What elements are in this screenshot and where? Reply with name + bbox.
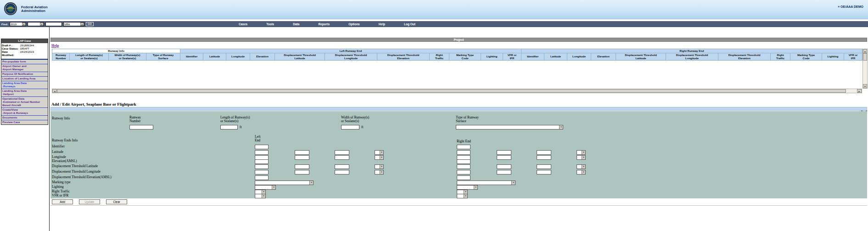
scroll-left-icon[interactable]: ◄ xyxy=(52,89,57,93)
left-longitude-hemisphere-select[interactable]: ▾ xyxy=(375,155,384,160)
menu-item-cases[interactable]: Cases xyxy=(239,23,247,26)
right-displacement-threshold-latitude-sec-input[interactable] xyxy=(537,164,551,169)
right-longitude-min-input[interactable] xyxy=(497,155,511,160)
right-elevation-amsl-input[interactable] xyxy=(457,159,470,164)
right-latitude-sec-input[interactable] xyxy=(537,150,551,155)
right-marking-type-select[interactable]: ▾ xyxy=(457,180,515,185)
sidebar-item-preview-case[interactable]: Preview Case xyxy=(1,120,48,124)
sidebar-item-pre-populate-form[interactable]: Pre-populate form xyxy=(1,60,48,64)
right-displacement-threshold-longitude-sec-input[interactable] xyxy=(537,170,551,175)
width-label: Width of Runway(s) or Sealane(s) xyxy=(341,116,369,123)
sidebar-item-operational-data-estimated-or-actual-number-based-aircraft[interactable]: Operational Data:Estimated or Actual Num… xyxy=(1,97,48,108)
left-identifier-input[interactable] xyxy=(255,145,269,149)
left-lighting-select[interactable]: ▾ xyxy=(255,185,276,190)
right-latitude-hemisphere-select[interactable]: ▾ xyxy=(577,150,586,155)
right-displacement-threshold-longitude-min-input[interactable] xyxy=(497,170,511,175)
form-row-label-marking-type: Marking type xyxy=(52,180,71,184)
left-displacement-threshold-latitude-min-input[interactable] xyxy=(295,164,309,169)
menu-item-help[interactable]: Help xyxy=(379,23,385,26)
right-lighting-select[interactable]: ▾ xyxy=(457,185,478,190)
horizontal-scrollbar[interactable]: ◄ ► xyxy=(52,89,862,93)
left-displacement-threshold-latitude-sec-input[interactable] xyxy=(335,164,349,169)
table-col-elevation: Elevation xyxy=(250,53,275,61)
right-latitude-min-input[interactable] xyxy=(497,150,511,155)
vscroll-thumb[interactable] xyxy=(863,53,867,61)
right-identifier-input[interactable] xyxy=(457,145,470,149)
width-input[interactable] xyxy=(341,125,359,130)
find-number-input[interactable] xyxy=(45,22,62,26)
sidebar-item-airport-owner-and-airport-manager[interactable]: Airport Owner andAirport Manager xyxy=(1,64,48,72)
sidebar-item-landing-area-data-runways[interactable]: Landing Area Data:Runways xyxy=(1,81,48,89)
left-longitude-min-input[interactable] xyxy=(295,155,309,160)
runway-number-input[interactable] xyxy=(129,125,153,130)
left-displacement-threshold-latitude-deg-input[interactable] xyxy=(255,164,269,169)
sidebar-item-create-view-airport-runways[interactable]: Create/View:Airport & Runways xyxy=(1,108,48,116)
left-displacement-threshold-elevation-amsl-input[interactable] xyxy=(255,175,269,180)
form-row-label-displacement-threshold-latitude: Displacement Threshold Latitude xyxy=(52,164,98,168)
help-link[interactable]: Help xyxy=(51,44,59,48)
right-displacement-threshold-latitude-min-input[interactable] xyxy=(497,164,511,169)
sidebar-item-purpose-of-notification[interactable]: Purpose Of Notification xyxy=(1,72,48,77)
find-region-select[interactable]: ▾ xyxy=(28,22,44,26)
dropdown-arrow-icon: ▾ xyxy=(380,151,383,154)
clear-button[interactable]: Clear xyxy=(106,199,127,204)
sidebar-item-line: Airport Manager xyxy=(2,68,47,71)
menu-item-options[interactable]: Options xyxy=(348,23,360,26)
hscroll-thumb[interactable] xyxy=(57,89,846,93)
find-type-select[interactable]: NRA ▾ xyxy=(63,22,84,26)
runway-info-label: Runway Info xyxy=(52,117,70,120)
dropdown-arrow-icon: ▾ xyxy=(380,170,383,174)
vertical-scrollbar[interactable]: ▲ ▼ xyxy=(862,49,868,89)
sidebar-item-landing-area-data-heliport[interactable]: Landing Area Data:Heliport xyxy=(1,89,48,97)
right-displacement-threshold-longitude-deg-input[interactable] xyxy=(457,170,470,175)
right-displacement-threshold-elevation-amsl-input[interactable] xyxy=(457,175,470,180)
sidebar-divider xyxy=(49,27,50,231)
runway-ends-info-label: Runway Ends Info xyxy=(52,139,78,142)
left-longitude-sec-input[interactable] xyxy=(335,155,349,160)
scroll-right-icon[interactable]: ► xyxy=(857,89,862,93)
left-latitude-hemisphere-select[interactable]: ▾ xyxy=(375,150,384,155)
dropdown-arrow-icon: ▾ xyxy=(582,165,585,169)
sidebar-item-documents[interactable]: Documents xyxy=(1,116,48,120)
right-longitude-hemisphere-select[interactable]: ▾ xyxy=(577,155,586,160)
right-longitude-sec-input[interactable] xyxy=(537,155,551,160)
right-vfr-or-ifr-select[interactable]: ▾ xyxy=(457,194,468,198)
surface-label: Type of Runway Surface xyxy=(456,116,479,123)
find-year-select[interactable]: 2019 ▾ xyxy=(10,22,26,26)
left-displacement-threshold-latitude-hemisphere-select[interactable]: ▾ xyxy=(375,164,384,169)
dropdown-arrow-icon: ▾ xyxy=(309,181,313,185)
scroll-down-icon[interactable]: ▼ xyxy=(863,84,867,88)
scroll-up-icon[interactable]: ▲ xyxy=(863,49,867,53)
left-displacement-threshold-longitude-min-input[interactable] xyxy=(295,170,309,175)
left-latitude-deg-input[interactable] xyxy=(255,150,269,155)
left-latitude-min-input[interactable] xyxy=(295,150,309,155)
update-button[interactable]: Update xyxy=(79,199,100,204)
table-col-type-of-runway-surface: Type of Runway Surface xyxy=(146,53,180,61)
length-input[interactable] xyxy=(220,125,238,130)
sidebar-item-line: Airport Owner and xyxy=(2,65,47,68)
go-button[interactable]: GO xyxy=(86,22,94,26)
add-button[interactable]: Add xyxy=(52,199,73,204)
right-displacement-threshold-latitude-hemisphere-select[interactable]: ▾ xyxy=(577,164,586,169)
right-displacement-threshold-longitude-hemisphere-select[interactable]: ▾ xyxy=(577,170,586,175)
menu-item-log-out[interactable]: Log Out xyxy=(404,23,415,26)
menu-item-data[interactable]: Data xyxy=(293,23,299,26)
sidebar-item-line: Landing Area Data xyxy=(2,90,47,93)
left-latitude-sec-input[interactable] xyxy=(335,150,349,155)
right-latitude-deg-input[interactable] xyxy=(457,150,470,155)
table-col-longitude: Longitude xyxy=(226,53,250,61)
left-elevation-amsl-input[interactable] xyxy=(255,159,269,164)
left-vfr-or-ifr-select[interactable]: ▾ xyxy=(255,194,266,198)
table-col-vfr-or-ifr: VFR or IFR xyxy=(503,53,521,61)
env-link[interactable]: » OE/AAA DEMO xyxy=(838,5,863,8)
left-displacement-threshold-longitude-sec-input[interactable] xyxy=(335,170,349,175)
menu-item-tools[interactable]: Tools xyxy=(266,23,274,26)
surface-type-select[interactable]: ▾ xyxy=(456,125,563,130)
left-marking-type-select[interactable]: ▾ xyxy=(255,180,314,185)
menu-item-reports[interactable]: Reports xyxy=(318,23,330,26)
left-displacement-threshold-longitude-hemisphere-select[interactable]: ▾ xyxy=(375,170,384,175)
width-ft-label: ft xyxy=(361,125,364,129)
right-displacement-threshold-latitude-deg-input[interactable] xyxy=(457,164,470,169)
sidebar-item-location-of-landing-area[interactable]: Location of Landing Area xyxy=(1,77,48,81)
left-displacement-threshold-longitude-deg-input[interactable] xyxy=(255,170,269,175)
